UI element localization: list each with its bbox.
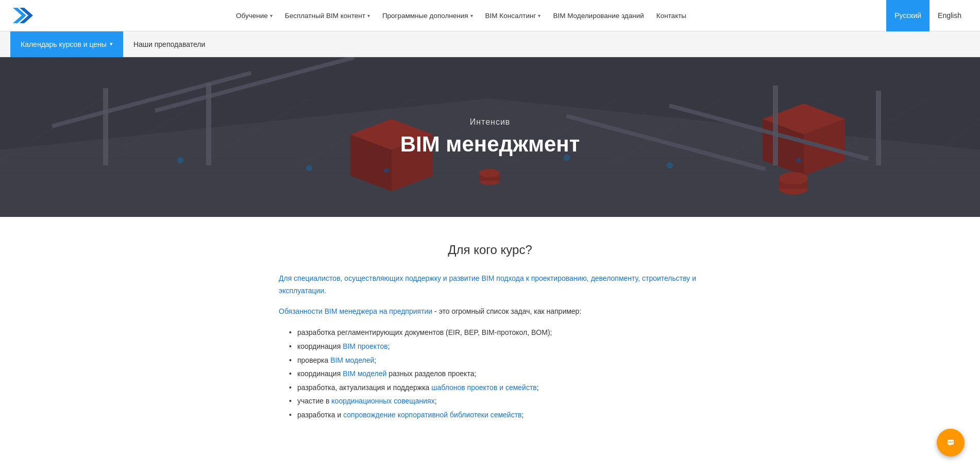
submenu-item-teachers[interactable]: Наши преподаватели — [123, 31, 215, 57]
chevron-down-icon: ▾ — [367, 13, 370, 19]
lang-ru-button[interactable]: Русский — [886, 0, 930, 31]
bullet-link[interactable]: координационных совещаниях — [331, 397, 434, 405]
list-item: разработка регламентирующих документов (… — [289, 326, 701, 340]
intro-link-1[interactable]: Для специалистов, осуществляющих поддерж… — [279, 274, 696, 295]
list-item: проверка BIM моделей; — [289, 353, 701, 367]
hero-subtitle: Интенсив — [400, 117, 580, 127]
header: Обучение ▾ Бесплатный BIM контент ▾ Прог… — [0, 0, 980, 31]
intro-link-2[interactable]: Обязанности BIM менеджера на предприятии — [279, 307, 432, 315]
list-item: координация BIM проектов; — [289, 340, 701, 353]
chevron-down-icon: ▾ — [470, 13, 473, 19]
bullet-link[interactable]: BIM моделей — [330, 356, 374, 364]
chevron-down-icon: ▾ — [270, 13, 273, 19]
bullet-link[interactable]: BIM моделей — [343, 369, 386, 378]
list-item: участие в координационных совещаниях; — [289, 394, 701, 408]
submenu-item-calendar[interactable]: Календарь курсов и цены ▾ — [10, 31, 123, 57]
section-title: Для кого курс? — [279, 243, 701, 257]
lang-en-button[interactable]: English — [930, 0, 970, 31]
list-item: координация BIM моделей разных разделов … — [289, 367, 701, 381]
intro-paragraph-1: Для специалистов, осуществляющих поддерж… — [279, 273, 701, 297]
main-content: Для кого курс? Для специалистов, осущест… — [258, 217, 722, 443]
bullet-link[interactable]: BIM проектов — [343, 342, 387, 350]
nav-item-prog-dop[interactable]: Программные дополнения ▾ — [377, 9, 478, 23]
bullet-link[interactable]: сопровождение корпоративной библиотеки с… — [343, 411, 521, 419]
bullets-list: разработка регламентирующих документов (… — [279, 326, 701, 422]
nav-item-contacts[interactable]: Контакты — [651, 9, 691, 23]
hero-content: Интенсив BIM менеджмент — [400, 117, 580, 157]
main-nav: Обучение ▾ Бесплатный BIM контент ▾ Прог… — [231, 9, 691, 23]
logo[interactable] — [10, 5, 36, 26]
logo-icon — [10, 5, 36, 26]
nav-item-obuchenie[interactable]: Обучение ▾ — [231, 9, 278, 23]
nav-item-bim-content[interactable]: Бесплатный BIM контент ▾ — [280, 9, 375, 23]
list-item: разработка, актуализация и поддержка шаб… — [289, 381, 701, 395]
submenu-bar: Календарь курсов и цены ▾ Наши преподава… — [0, 31, 980, 57]
list-item: разработка и сопровождение корпоративной… — [289, 408, 701, 422]
float-chat-button[interactable] — [937, 429, 965, 443]
hero-section: Интенсив BIM менеджмент — [0, 57, 980, 217]
intro-paragraph-2: Обязанности BIM менеджера на предприятии… — [279, 306, 701, 318]
chevron-down-icon: ▾ — [538, 13, 540, 19]
chevron-down-icon: ▾ — [110, 41, 113, 47]
chat-icon — [944, 436, 957, 443]
language-switcher: Русский English — [886, 0, 970, 31]
nav-item-bim-consulting[interactable]: BIM Консалтинг ▾ — [480, 9, 546, 23]
bullet-link[interactable]: шаблонов проектов и семейств — [431, 383, 537, 392]
hero-title: BIM менеджмент — [400, 132, 580, 157]
nav-item-bim-modeling[interactable]: BIM Моделирование зданий — [548, 9, 649, 23]
